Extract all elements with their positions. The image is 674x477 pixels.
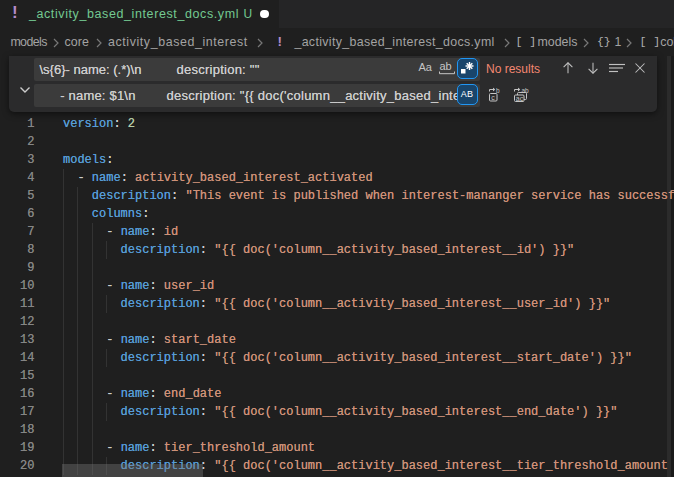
svg-text:ac: ac xyxy=(515,95,523,102)
svg-text:ab: ab xyxy=(439,60,451,72)
svg-text:c: c xyxy=(491,94,495,101)
svg-text:b: b xyxy=(496,87,500,94)
